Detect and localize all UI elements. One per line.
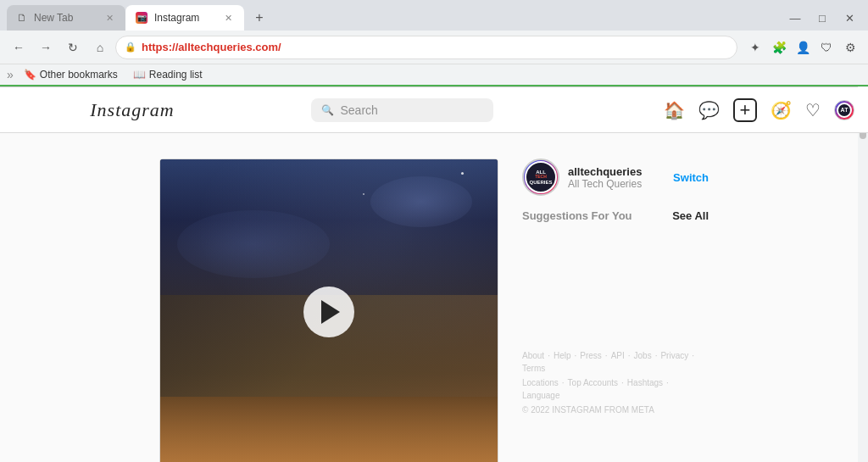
ig-post-media[interactable] (160, 159, 498, 462)
ig-see-all-button[interactable]: See All (672, 209, 709, 222)
tab-instagram[interactable]: Instagram ✕ (125, 5, 244, 31)
tab-new-tab[interactable]: 🗋 New Tab ✕ (7, 5, 125, 31)
compass-nav-icon[interactable]: 🧭 (771, 100, 792, 120)
tab-title-ig: Instagram (154, 12, 216, 24)
ig-sidebar: ALL TECH QUERIES alltechqueries All Tech… (522, 159, 709, 462)
back-button[interactable]: ← (7, 36, 31, 59)
footer-link-api[interactable]: API (611, 351, 625, 360)
footer-link-jobs[interactable]: Jobs (634, 351, 652, 360)
tab-close-newtab[interactable]: ✕ (104, 11, 115, 25)
window-controls: — □ ✕ (783, 6, 861, 30)
bookmark-icon: 🔖 (24, 69, 36, 81)
instagram-page: Instagram 🔍 🏠 💬 + 🧭 ♡ AT (0, 87, 868, 462)
reading-list-label: Reading list (149, 69, 203, 81)
lock-icon: 🔒 (125, 42, 136, 53)
heart-nav-icon[interactable]: ♡ (805, 100, 821, 120)
tab-bar: 🗋 New Tab ✕ Instagram ✕ + — □ ✕ (0, 0, 868, 31)
ig-footer: About · Help · Press · API · Jobs · Priv… (522, 351, 709, 415)
add-post-icon[interactable]: + (733, 98, 757, 122)
footer-link-language[interactable]: Language (522, 391, 560, 400)
ig-user-info: alltechqueries All Tech Queries (568, 165, 665, 190)
messenger-nav-icon[interactable]: 💬 (698, 100, 720, 120)
close-button[interactable]: ✕ (837, 6, 861, 30)
reading-list-icon: 📖 (133, 69, 146, 81)
ig-nav-icons: 🏠 💬 + 🧭 ♡ AT (553, 98, 854, 122)
home-button[interactable]: ⌂ (88, 36, 112, 59)
footer-link-privacy[interactable]: Privacy (660, 351, 688, 360)
maximize-button[interactable]: □ (810, 6, 834, 30)
ig-footer-links-2: Locations · Top Accounts · Hashtags · La… (522, 378, 709, 400)
home-nav-icon[interactable]: 🏠 (664, 100, 685, 120)
ig-post (159, 159, 498, 462)
footer-link-top-accounts[interactable]: Top Accounts (568, 378, 618, 387)
forward-button[interactable]: → (34, 36, 58, 59)
ig-logo-text: Instagram (90, 99, 174, 120)
play-triangle-icon (321, 300, 340, 324)
bookmarks-dots[interactable]: » (7, 68, 14, 81)
ig-user-avatar[interactable]: ALL TECH QUERIES (522, 159, 559, 196)
footer-link-about[interactable]: About (522, 351, 544, 360)
search-icon: 🔍 (321, 104, 334, 116)
new-tab-button[interactable]: + (248, 6, 271, 30)
settings-icon[interactable]: ⚙ (839, 36, 861, 58)
ig-suggestions-header: Suggestions For You See All (522, 209, 709, 222)
url-highlight: https://alltechqueries.com/ (142, 41, 281, 53)
footer-link-help[interactable]: Help (554, 351, 571, 360)
ig-user-row: ALL TECH QUERIES alltechqueries All Tech… (522, 159, 709, 196)
tab-title-newtab: New Tab (34, 12, 97, 24)
bookmark-reading-list[interactable]: 📖 Reading list (128, 67, 208, 82)
ig-copyright: © 2022 INSTAGRAM FROM META (522, 405, 709, 415)
profile-nav-icon[interactable]: AT (834, 100, 854, 120)
scrollbar[interactable] (858, 86, 868, 462)
play-button[interactable] (303, 287, 354, 337)
bookmark-label: Other bookmarks (40, 69, 118, 81)
ig-feed (159, 159, 498, 462)
tab-favicon-ig (136, 12, 147, 24)
footer-link-locations[interactable]: Locations (522, 378, 559, 387)
footer-link-terms[interactable]: Terms (522, 364, 545, 373)
address-input[interactable]: 🔒 https://alltechqueries.com/ (115, 36, 737, 59)
ig-suggestions-list (522, 231, 709, 341)
profile-icon[interactable]: 👤 (792, 36, 814, 58)
ig-logo: Instagram (90, 98, 174, 121)
ig-username[interactable]: alltechqueries (568, 165, 665, 178)
ig-header: Instagram 🔍 🏠 💬 + 🧭 ♡ AT (0, 87, 868, 133)
search-input[interactable] (341, 103, 483, 117)
minimize-button[interactable]: — (783, 6, 807, 30)
bookmark-other[interactable]: 🔖 Other bookmarks (19, 67, 123, 82)
star-icon[interactable]: ✦ (744, 36, 766, 58)
tab-close-ig[interactable]: ✕ (223, 11, 234, 25)
ig-avatar-logo: ALL TECH QUERIES (529, 170, 552, 186)
ig-search-bar[interactable]: 🔍 (311, 98, 493, 122)
reload-button[interactable]: ↻ (61, 36, 85, 59)
browser-chrome: 🗋 New Tab ✕ Instagram ✕ + — □ ✕ ← → ↻ ⌂ … (0, 0, 868, 87)
extension-icon[interactable]: 🧩 (768, 36, 790, 58)
toolbar-icons: ✦ 🧩 👤 🛡 ⚙ (744, 36, 861, 58)
footer-link-hashtags[interactable]: Hashtags (627, 378, 663, 387)
ig-switch-button[interactable]: Switch (673, 171, 709, 184)
shield-icon[interactable]: 🛡 (815, 36, 837, 58)
address-bar: ← → ↻ ⌂ 🔒 https://alltechqueries.com/ ✦ … (0, 31, 868, 64)
ig-footer-links: About · Help · Press · API · Jobs · Priv… (522, 351, 709, 373)
tab-favicon-newtab: 🗋 (17, 12, 27, 24)
ig-fullname: All Tech Queries (568, 178, 665, 190)
bookmarks-bar: » 🔖 Other bookmarks 📖 Reading list (0, 64, 868, 86)
ig-main: ALL TECH QUERIES alltechqueries All Tech… (0, 133, 868, 462)
ig-suggestions-title: Suggestions For You (522, 209, 632, 222)
footer-link-press[interactable]: Press (580, 351, 602, 360)
